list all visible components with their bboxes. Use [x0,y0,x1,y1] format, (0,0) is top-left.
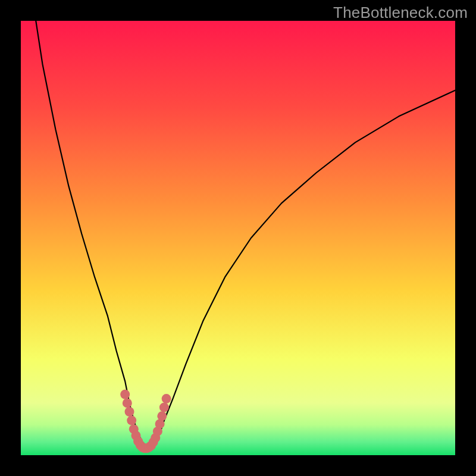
marker-dot [127,416,136,425]
plot-area [21,21,455,455]
marker-dot [159,403,169,412]
chart-svg [21,21,455,455]
gradient-bg [21,21,455,455]
watermark-text: TheBottleneck.com [333,4,468,22]
marker-dot [123,398,132,408]
marker-dot [157,411,167,421]
marker-dot [125,407,134,416]
outer-frame: TheBottleneck.com [0,0,476,476]
marker-dot [162,394,171,403]
marker-dot [120,390,130,399]
